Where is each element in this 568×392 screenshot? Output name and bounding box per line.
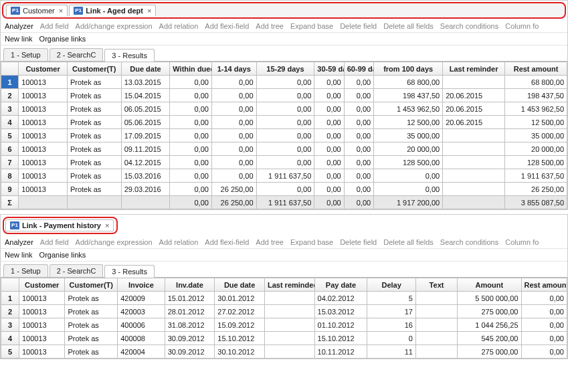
cell[interactable]	[443, 142, 505, 156]
cell[interactable]: 0,00	[170, 89, 212, 102]
cell[interactable]: 5 500 000,00	[458, 292, 521, 305]
cell[interactable]	[264, 345, 314, 359]
cell[interactable]: 100013	[19, 318, 64, 332]
cell[interactable]: 17	[367, 305, 416, 318]
menu-delete-field[interactable]: Delete field	[340, 22, 377, 30]
table-row[interactable]: 6100013Protek as09.11.20150,000,000,000,…	[1, 142, 567, 156]
tab-link-payment-history[interactable]: P1 Link - Payment history ×	[5, 219, 114, 231]
column-header[interactable]: from 100 days	[374, 62, 443, 76]
row-number[interactable]: 7	[1, 156, 19, 169]
row-number[interactable]: 2	[1, 305, 19, 318]
cell[interactable]: 27.02.2012	[215, 305, 265, 318]
cell[interactable]: 1 044 256,25	[458, 318, 521, 332]
menu-add-relation[interactable]: Add relation	[159, 22, 199, 30]
cell[interactable]: 68 800,00	[374, 76, 443, 89]
row-number[interactable]: 5	[1, 129, 19, 142]
cell[interactable]: 100013	[19, 332, 64, 345]
cell[interactable]: 0,00	[314, 76, 344, 89]
cell[interactable]: Protek as	[65, 345, 118, 359]
menu-expand-base[interactable]: Expand base	[290, 22, 333, 30]
cell[interactable]: 400006	[118, 318, 165, 332]
cell[interactable]: 100013	[19, 76, 68, 89]
cell[interactable]: 30.09.2012	[165, 332, 215, 345]
cell[interactable]: Protek as	[67, 169, 121, 183]
subtab-searchc[interactable]: 2 - SearchC	[50, 264, 104, 277]
column-header[interactable]: Delay	[367, 278, 416, 292]
subtab-setup[interactable]: 1 - Setup	[3, 48, 48, 61]
column-header[interactable]	[1, 62, 19, 76]
menu-delete-all-fields[interactable]: Delete all fields	[383, 238, 434, 246]
cell[interactable]: 15.03.2016	[121, 169, 170, 183]
cell[interactable]	[264, 332, 314, 345]
menu-add-change-expression[interactable]: Add/change expression	[76, 238, 153, 246]
cell[interactable]: 15.10.2012	[215, 332, 265, 345]
close-icon[interactable]: ×	[59, 7, 63, 15]
cell[interactable]: 04.02.2012	[314, 292, 367, 305]
subtab-setup[interactable]: 1 - Setup	[3, 264, 48, 277]
cell[interactable]: 0,00	[314, 142, 344, 156]
column-header[interactable]: Customer(T)	[67, 62, 121, 76]
cell[interactable]: 0,00	[170, 76, 212, 89]
cell[interactable]: Protek as	[67, 116, 121, 129]
menu-add-flexi-field[interactable]: Add flexi-field	[205, 22, 249, 30]
cell[interactable]: 0,00	[256, 183, 314, 196]
cell[interactable]: 13.03.2015	[121, 76, 170, 89]
cell[interactable]: 1 911 637,50	[256, 169, 314, 183]
cell[interactable]: 17.09.2015	[121, 129, 170, 142]
cell[interactable]: 100013	[19, 183, 68, 196]
cell[interactable]: 31.08.2012	[165, 318, 215, 332]
cell[interactable]: 0,00	[256, 142, 314, 156]
cell[interactable]: 100013	[19, 89, 68, 102]
cell[interactable]: 100013	[19, 102, 68, 116]
cell[interactable]: 0,00	[170, 169, 212, 183]
cell[interactable]: 275 000,00	[458, 305, 521, 318]
cell[interactable]: 30.09.2012	[165, 345, 215, 359]
cell[interactable]: 0,00	[521, 305, 567, 318]
cell[interactable]	[443, 183, 505, 196]
cell[interactable]: 09.11.2015	[121, 142, 170, 156]
row-number[interactable]: 6	[1, 142, 19, 156]
column-header[interactable]: 60-99 days	[344, 62, 373, 76]
cell[interactable]: 30.10.2012	[215, 345, 265, 359]
table-row[interactable]: 4100013Protek as05.06.20150,000,000,000,…	[1, 116, 567, 129]
cell[interactable]: 100013	[19, 156, 68, 169]
cell[interactable]: 0,00	[521, 318, 567, 332]
cell[interactable]	[264, 318, 314, 332]
cell[interactable]: 0,00	[314, 116, 344, 129]
table-row[interactable]: 9100013Protek as29.03.20160,0026 250,000…	[1, 183, 567, 196]
cell[interactable]: 68 800,00	[505, 76, 567, 89]
menu-column-fo[interactable]: Column fo	[505, 238, 539, 246]
menu-new-link[interactable]: New link	[5, 251, 33, 259]
cell[interactable]: 0,00	[170, 116, 212, 129]
cell[interactable]: 0,00	[314, 102, 344, 116]
subtab-results[interactable]: 3 - Results	[104, 49, 155, 62]
column-header[interactable]: Invoice	[118, 278, 165, 292]
cell[interactable]: 20.06.2015	[443, 89, 505, 102]
cell[interactable]: 15.04.2015	[121, 89, 170, 102]
subtab-searchc[interactable]: 2 - SearchC	[50, 48, 104, 61]
cell[interactable]: 35 000,00	[505, 129, 567, 142]
cell[interactable]: 01.10.2012	[314, 318, 367, 332]
cell[interactable]: 0,00	[344, 102, 373, 116]
menu-delete-all-fields[interactable]: Delete all fields	[383, 22, 434, 30]
menu-add-tree[interactable]: Add tree	[256, 22, 284, 30]
tab-customer[interactable]: P1 Customer ×	[6, 5, 68, 16]
cell[interactable]: Protek as	[67, 89, 121, 102]
row-number[interactable]: 3	[1, 318, 19, 332]
column-header[interactable]	[1, 278, 19, 292]
cell[interactable]: 0,00	[256, 156, 314, 169]
cell[interactable]: 0,00	[170, 129, 212, 142]
cell[interactable]: 30.01.2012	[215, 292, 265, 305]
cell[interactable]: 198 437,50	[505, 89, 567, 102]
cell[interactable]: Protek as	[65, 332, 118, 345]
cell[interactable]: 100013	[19, 129, 68, 142]
cell[interactable]: Protek as	[67, 76, 121, 89]
cell[interactable]: 0,00	[256, 89, 314, 102]
cell[interactable]: 20 000,00	[505, 142, 567, 156]
cell[interactable]: 100013	[19, 345, 64, 359]
cell[interactable]	[415, 318, 457, 332]
cell[interactable]	[415, 292, 457, 305]
cell[interactable]: 1 453 962,50	[374, 102, 443, 116]
cell[interactable]: 15.10.2012	[314, 332, 367, 345]
cell[interactable]	[443, 129, 505, 142]
